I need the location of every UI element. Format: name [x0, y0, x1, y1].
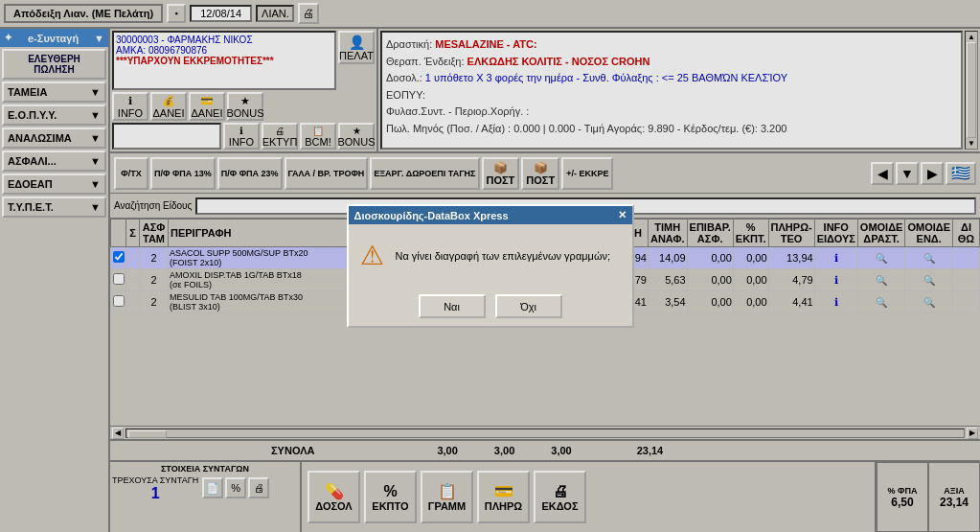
dialog-yes-btn[interactable]: Ναι	[419, 294, 486, 318]
dialog-buttons: Ναι Όχι	[349, 287, 632, 326]
dialog-no-btn[interactable]: Όχι	[495, 294, 562, 318]
dialog-close-btn[interactable]: ✕	[618, 209, 627, 221]
dialog-warning-icon: ⚠	[360, 240, 384, 271]
dialog-overlay: Διοσκουρίδης-DataBox Xpress ✕ ⚠ Να γίνει…	[0, 0, 980, 532]
dialog-message: Να γίνει διαγραφή των επιλεγμένων γραμμώ…	[396, 250, 611, 262]
dialog-title-bar: Διοσκουρίδης-DataBox Xpress ✕	[349, 206, 632, 224]
dialog-box: Διοσκουρίδης-DataBox Xpress ✕ ⚠ Να γίνει…	[347, 204, 634, 328]
dialog-body: ⚠ Να γίνει διαγραφή των επιλεγμένων γραμ…	[349, 224, 632, 287]
